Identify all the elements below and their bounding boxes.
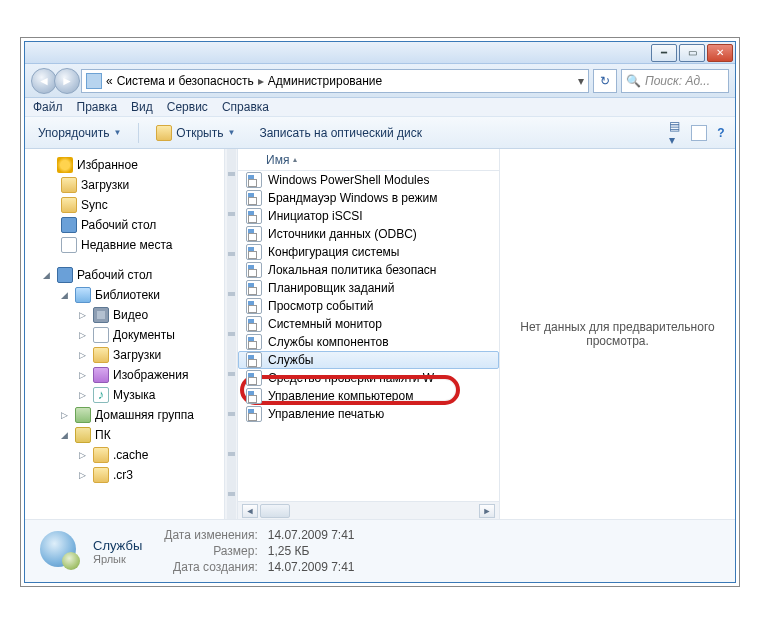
tree-sync[interactable]: Sync [25, 195, 224, 215]
list-item[interactable]: Планировщик заданий [238, 279, 499, 297]
breadcrumb-item[interactable]: Система и безопасность [117, 74, 254, 88]
help-button[interactable]: ? [713, 125, 729, 141]
scroll-left-button[interactable]: ◄ [242, 504, 258, 518]
date-created-label: Дата создания: [164, 560, 258, 574]
nav-bar: ◄ ► « Система и безопасность ▸ Администр… [25, 64, 735, 98]
folder-icon [93, 467, 109, 483]
location-icon [86, 73, 102, 89]
list-item[interactable]: Управление печатью [238, 405, 499, 423]
list-item[interactable]: Службы [238, 351, 499, 369]
tree-cr3[interactable]: ▷.cr3 [25, 465, 224, 485]
desktop-icon [61, 217, 77, 233]
tree-cache[interactable]: ▷.cache [25, 445, 224, 465]
desktop-icon [57, 267, 73, 283]
burn-label: Записать на оптический диск [259, 126, 422, 140]
tree-videos[interactable]: ▷Видео [25, 305, 224, 325]
list-item[interactable]: Управление компьютером [238, 387, 499, 405]
preview-pane-button[interactable] [691, 125, 707, 141]
column-header-name[interactable]: Имя ▴ [238, 149, 499, 171]
tree-downloads2[interactable]: ▷Загрузки [25, 345, 224, 365]
splitter[interactable] [225, 149, 238, 519]
shortcut-icon [246, 406, 262, 422]
list-item[interactable]: Инициатор iSCSI [238, 207, 499, 225]
tree-documents[interactable]: ▷Документы [25, 325, 224, 345]
homegroup-icon [75, 407, 91, 423]
titlebar: ━ ▭ ✕ [25, 42, 735, 64]
list-item[interactable]: Конфигурация системы [238, 243, 499, 261]
tree-pc[interactable]: ◢ПК [25, 425, 224, 445]
list-item-label: Управление печатью [268, 407, 384, 421]
shortcut-icon [246, 226, 262, 242]
folder-icon [93, 447, 109, 463]
date-modified-value: 14.07.2009 7:41 [268, 528, 355, 542]
shortcut-icon [246, 298, 262, 314]
libraries-icon [75, 287, 91, 303]
list-item[interactable]: Локальная политика безопасн [238, 261, 499, 279]
shortcut-icon [246, 370, 262, 386]
list-item-label: Windows PowerShell Modules [268, 173, 429, 187]
list-item[interactable]: Просмотр событий [238, 297, 499, 315]
tree-recent[interactable]: Недавние места [25, 235, 224, 255]
menu-help[interactable]: Справка [222, 100, 269, 114]
scroll-right-button[interactable]: ► [479, 504, 495, 518]
minimize-button[interactable]: ━ [651, 44, 677, 62]
forward-button[interactable]: ► [54, 68, 80, 94]
open-button[interactable]: Открыть ▼ [149, 122, 242, 144]
menu-tools[interactable]: Сервис [167, 100, 208, 114]
search-placeholder: Поиск: Ад... [645, 74, 710, 88]
refresh-button[interactable]: ↻ [593, 69, 617, 93]
shortcut-icon [246, 388, 262, 404]
shortcut-icon [246, 262, 262, 278]
list-item[interactable]: Windows PowerShell Modules [238, 171, 499, 189]
close-button[interactable]: ✕ [707, 44, 733, 62]
list-item-label: Службы компонентов [268, 335, 389, 349]
folder-icon [61, 197, 77, 213]
nav-tree[interactable]: Избранное Загрузки Sync Рабочий стол Нед… [25, 149, 225, 519]
maximize-button[interactable]: ▭ [679, 44, 705, 62]
tree-libraries[interactable]: ◢Библиотеки [25, 285, 224, 305]
content-area: Избранное Загрузки Sync Рабочий стол Нед… [25, 149, 735, 519]
tree-favorites[interactable]: Избранное [25, 155, 224, 175]
shortcut-icon [246, 334, 262, 350]
video-icon [93, 307, 109, 323]
tree-pictures[interactable]: ▷Изображения [25, 365, 224, 385]
list-item[interactable]: Системный монитор [238, 315, 499, 333]
list-item-label: Планировщик заданий [268, 281, 394, 295]
list-item[interactable]: Средство проверки памяти W [238, 369, 499, 387]
menu-view[interactable]: Вид [131, 100, 153, 114]
details-icon [37, 528, 79, 570]
tree-homegroup[interactable]: ▷Домашняя группа [25, 405, 224, 425]
address-bar[interactable]: « Система и безопасность ▸ Администриров… [81, 69, 589, 93]
menu-edit[interactable]: Правка [77, 100, 118, 114]
list-item[interactable]: Источники данных (ODBC) [238, 225, 499, 243]
tree-desktop-fav[interactable]: Рабочий стол [25, 215, 224, 235]
preview-empty-text: Нет данных для предварительного просмотр… [508, 320, 727, 348]
chevron-down-icon: ▼ [113, 128, 121, 137]
address-dropdown-icon[interactable]: ▾ [578, 74, 584, 88]
organize-button[interactable]: Упорядочить ▼ [31, 123, 128, 143]
list-item[interactable]: Службы компонентов [238, 333, 499, 351]
pictures-icon [93, 367, 109, 383]
tree-downloads[interactable]: Загрузки [25, 175, 224, 195]
menu-file[interactable]: Файл [33, 100, 63, 114]
breadcrumb-item[interactable]: Администрирование [268, 74, 382, 88]
chevron-down-icon: ▼ [227, 128, 235, 137]
list-item[interactable]: Брандмауэр Windows в режим [238, 189, 499, 207]
sort-indicator-icon: ▴ [293, 155, 297, 164]
tree-music[interactable]: ▷♪Музыка [25, 385, 224, 405]
horizontal-scrollbar[interactable]: ◄ ► [238, 501, 499, 519]
shortcut-icon [246, 244, 262, 260]
view-mode-button[interactable]: ▤ ▾ [669, 125, 685, 141]
list-item-label: Локальная политика безопасн [268, 263, 436, 277]
details-pane: Службы Ярлык Дата изменения: 14.07.2009 … [25, 519, 735, 582]
shortcut-icon [246, 190, 262, 206]
star-icon [57, 157, 73, 173]
scroll-thumb[interactable] [260, 504, 290, 518]
breadcrumb-prefix: « [106, 74, 113, 88]
tree-desktop[interactable]: ◢Рабочий стол [25, 265, 224, 285]
list-body[interactable]: Windows PowerShell ModulesБрандмауэр Win… [238, 171, 499, 501]
list-item-label: Службы [268, 353, 313, 367]
list-item-label: Брандмауэр Windows в режим [268, 191, 438, 205]
burn-button[interactable]: Записать на оптический диск [252, 123, 429, 143]
search-box[interactable]: 🔍 Поиск: Ад... [621, 69, 729, 93]
